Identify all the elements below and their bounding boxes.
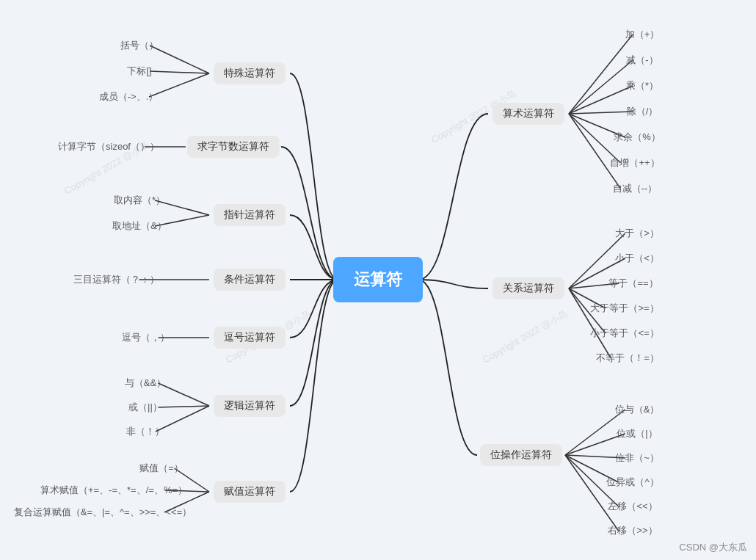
leaf-bitwise-1: 位或（|） (617, 427, 657, 440)
branch-condition: 条件运算符 (214, 269, 286, 291)
leaf-arithmetic-6: 自减（--） (613, 182, 658, 195)
branch-special: 特殊运算符 (214, 62, 286, 84)
branch-assign: 赋值运算符 (214, 481, 286, 503)
leaf-arithmetic-2: 乘（*） (626, 79, 658, 92)
leaf-bitwise-2: 位非（~） (615, 451, 659, 465)
svg-line-26 (569, 288, 611, 358)
svg-line-0 (150, 46, 209, 73)
leaf-condition-0: 三目运算符（？：） (73, 273, 159, 286)
leaf-special-0: 括号（） (120, 39, 159, 52)
branch-sizeof: 求字节数运算符 (187, 136, 280, 158)
leaf-comma-0: 逗号（，） (122, 331, 170, 344)
svg-line-17 (569, 112, 633, 114)
leaf-logic-1: 或（||） (128, 401, 162, 414)
leaf-assign-0: 赋值（=） (139, 462, 183, 475)
leaf-relation-2: 等于（==） (608, 277, 658, 290)
svg-line-32 (565, 455, 619, 531)
leaf-arithmetic-4: 求余（%） (614, 131, 661, 144)
branch-logic: 逻辑运算符 (214, 395, 286, 417)
branch-arithmetic: 算术运算符 (493, 103, 564, 125)
leaf-relation-1: 小于（<） (615, 252, 659, 265)
svg-line-14 (569, 34, 633, 114)
leaf-arithmetic-3: 除（/） (627, 105, 658, 118)
leaf-arithmetic-5: 自增（++） (610, 156, 659, 170)
leaf-relation-5: 不等于（！=） (596, 352, 659, 365)
watermark: Copyright 2022 @小岛 (480, 307, 570, 366)
leaf-bitwise-5: 右移（>>） (608, 524, 657, 537)
center-label: 运算符 (354, 269, 402, 291)
leaf-logic-2: 非（！） (126, 425, 164, 438)
svg-line-19 (569, 114, 621, 163)
leaf-assign-1: 算术赋值（+=、-=、*=、/=、%=） (40, 484, 187, 497)
mind-map-canvas: 运算符 CSDN @大东瓜 特殊运算符括号（）下标[]成员（->、.）求字节数运… (0, 0, 756, 560)
svg-line-20 (569, 114, 621, 189)
svg-line-1 (150, 71, 209, 73)
branch-pointer: 指针运算符 (214, 204, 286, 226)
center-node: 运算符 (333, 257, 423, 302)
branch-comma: 逗号运算符 (214, 327, 286, 349)
branch-bitwise: 位操作运算符 (480, 444, 562, 466)
leaf-arithmetic-1: 减（-） (626, 54, 658, 67)
leaf-arithmetic-0: 加（+） (625, 28, 660, 41)
leaf-pointer-1: 取地址（&） (112, 219, 167, 233)
svg-line-16 (569, 86, 633, 114)
leaf-relation-3: 大于等于（>=） (590, 302, 658, 315)
branch-relation: 关系运算符 (493, 277, 564, 299)
leaf-assign-2: 复合运算赋值（&=、|=、^=、>>=、<<=） (14, 506, 192, 519)
leaf-bitwise-4: 左移（<<） (608, 500, 657, 513)
leaf-special-2: 成员（->、.） (99, 90, 159, 103)
csdn-label: CSDN @大东瓜 (679, 541, 747, 554)
leaf-relation-0: 大于（>） (615, 227, 659, 240)
svg-line-2 (149, 73, 209, 97)
leaf-logic-0: 与（&&） (125, 377, 166, 390)
leaf-bitwise-3: 位异或（^） (606, 476, 658, 489)
leaf-pointer-0: 取内容（*） (114, 194, 165, 207)
svg-line-9 (159, 406, 210, 407)
svg-line-15 (569, 60, 633, 114)
leaf-special-1: 下标[] (127, 65, 151, 78)
leaf-sizeof-0: 计算字节（sizeof（）） (58, 140, 159, 153)
leaf-bitwise-0: 位与（&） (615, 403, 660, 416)
leaf-relation-4: 小于等于（<=） (590, 327, 658, 340)
